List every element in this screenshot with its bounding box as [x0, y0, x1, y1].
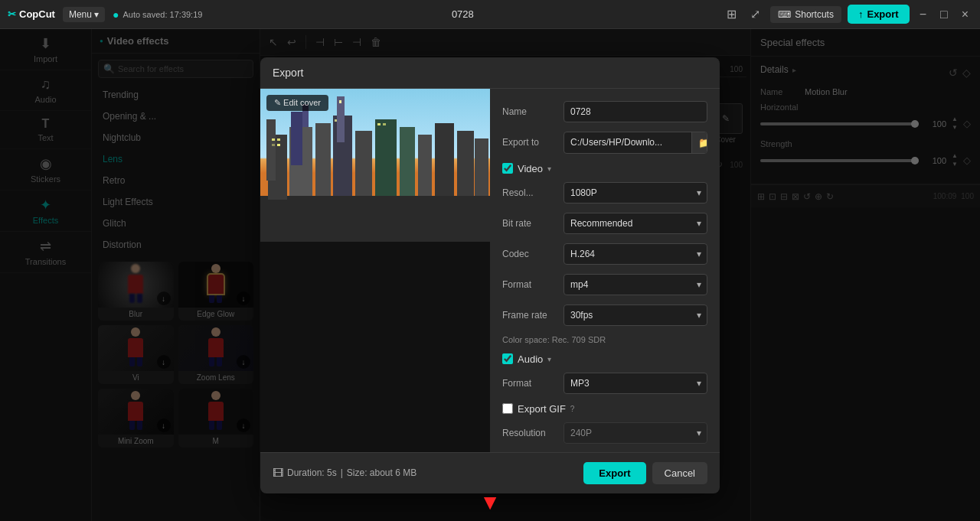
- svg-rect-5: [291, 112, 302, 165]
- svg-rect-13: [418, 135, 432, 196]
- video-section-arrow: ▾: [547, 164, 551, 173]
- bitrate-select-wrapper: Recommended Low High: [564, 213, 707, 234]
- name-form-row: Name: [502, 101, 707, 122]
- menu-chevron: ▾: [94, 9, 99, 20]
- resolution-select[interactable]: 1080P 720P 480P: [564, 182, 707, 204]
- resolution-select-wrapper: 1080P 720P 480P: [564, 182, 707, 204]
- city-svg: [260, 89, 490, 242]
- modal-header: Export: [260, 57, 720, 89]
- audio-checkbox[interactable]: [502, 353, 513, 364]
- export-to-label: Export to: [502, 137, 556, 148]
- footer-duration: Duration: 5s: [287, 467, 337, 478]
- logo-icon: ✂: [8, 8, 16, 20]
- audio-format-row: Format MP3 AAC WAV: [502, 373, 707, 394]
- app-logo: ✂ CopCut: [8, 8, 55, 20]
- preview-image: ✎ Edit cover: [260, 89, 490, 242]
- svg-rect-21: [335, 119, 337, 122]
- export-top-button[interactable]: ↑ Export: [848, 5, 910, 24]
- minimize-button[interactable]: −: [916, 6, 930, 23]
- video-section-label: Video: [518, 163, 543, 174]
- export-path-field: 📁: [564, 132, 707, 154]
- framerate-label: Frame rate: [502, 310, 556, 321]
- close-button[interactable]: ×: [958, 6, 972, 23]
- keyboard-icon: ⌨: [778, 9, 791, 20]
- framerate-select[interactable]: 30fps 24fps 60fps: [564, 304, 707, 326]
- format-select[interactable]: mp4 mov avi: [564, 274, 707, 295]
- svg-rect-19: [272, 144, 275, 146]
- footer-size: Size: about 6 MB: [347, 467, 416, 478]
- export-button[interactable]: Export: [583, 462, 645, 484]
- footer-actions: Export Cancel: [583, 462, 707, 484]
- bitrate-select[interactable]: Recommended Low High: [564, 213, 707, 234]
- export-top-label: Export: [867, 8, 898, 20]
- video-checkbox[interactable]: [502, 163, 513, 174]
- svg-rect-18: [277, 138, 280, 141]
- expand-button[interactable]: ⤢: [746, 5, 764, 23]
- audio-section-header: Audio ▾: [502, 353, 707, 365]
- svg-rect-7: [315, 123, 331, 196]
- format-select-wrapper: mp4 mov avi: [564, 274, 707, 295]
- grid-view-button[interactable]: ⊞: [723, 5, 740, 23]
- folder-browse-button[interactable]: 📁: [691, 132, 707, 153]
- svg-rect-20: [277, 144, 280, 146]
- edit-cover-label: ✎ Edit cover: [274, 98, 321, 108]
- autosave-indicator: ● Auto saved: 17:39:19: [113, 8, 202, 21]
- svg-rect-1: [260, 196, 490, 242]
- svg-rect-15: [457, 131, 474, 196]
- svg-rect-16: [475, 138, 488, 196]
- framerate-row: Frame rate 30fps 24fps 60fps: [502, 304, 707, 326]
- format-row: Format mp4 mov avi: [502, 274, 707, 295]
- footer-separator: |: [341, 467, 343, 478]
- svg-rect-12: [400, 127, 415, 196]
- audio-format-label: Format: [502, 378, 556, 389]
- gif-resolution-label: Resolution: [502, 428, 556, 438]
- gif-section: Export GIF ? Resolution 240P 360P: [502, 403, 707, 444]
- export-path-input[interactable]: [564, 132, 691, 152]
- menu-label: Menu: [69, 9, 92, 20]
- edit-cover-button[interactable]: ✎ Edit cover: [266, 95, 328, 111]
- film-icon: 🎞: [273, 467, 283, 479]
- app-name: CopCut: [19, 8, 55, 20]
- cancel-button[interactable]: Cancel: [652, 462, 707, 484]
- audio-format-select-wrapper: MP3 AAC WAV: [564, 373, 707, 394]
- video-section: Video ▾ Resol... 1080P 720P 480P: [502, 163, 707, 344]
- codec-select[interactable]: H.264 H.265: [564, 243, 707, 265]
- modal-title: Export: [273, 67, 303, 79]
- audio-section-arrow: ▾: [547, 355, 551, 363]
- svg-rect-17: [272, 138, 275, 141]
- autosave-dot: ●: [113, 8, 119, 21]
- svg-rect-23: [377, 123, 381, 125]
- audio-format-select[interactable]: MP3 AAC WAV: [564, 373, 707, 394]
- bitrate-row: Bit rate Recommended Low High: [502, 213, 707, 234]
- topbar-right: ⊞ ⤢ ⌨ Shortcuts ↑ Export − □ ×: [723, 5, 972, 24]
- codec-select-wrapper: H.264 H.265: [564, 243, 707, 265]
- gif-section-label: Export GIF: [518, 403, 566, 415]
- export-top-icon: ↑: [858, 8, 864, 20]
- resolution-row: Resol... 1080P 720P 480P: [502, 182, 707, 204]
- svg-rect-10: [355, 131, 372, 196]
- modal-footer: 🎞 Duration: 5s | Size: about 6 MB Export…: [260, 452, 720, 493]
- topbar: ✂ CopCut Menu ▾ ● Auto saved: 17:39:19 0…: [0, 0, 980, 29]
- name-form-input[interactable]: [564, 101, 707, 122]
- menu-button[interactable]: Menu ▾: [63, 7, 105, 22]
- svg-rect-3: [266, 119, 276, 181]
- gif-resolution-select[interactable]: 240P 360P: [564, 422, 707, 444]
- modal-body: ✎ Edit cover Name Export to 📁: [260, 89, 720, 452]
- gif-checkbox[interactable]: [502, 403, 513, 414]
- modal-form: Name Export to 📁 Video ▾: [490, 89, 720, 452]
- shortcuts-label: Shortcuts: [795, 9, 834, 20]
- svg-rect-24: [383, 123, 386, 125]
- audio-section-label: Audio: [518, 353, 543, 365]
- gif-resolution-select-wrapper: 240P 360P: [564, 422, 707, 444]
- shortcuts-button[interactable]: ⌨ Shortcuts: [770, 6, 841, 23]
- svg-rect-22: [339, 100, 341, 103]
- autosave-text: Auto saved: 17:39:19: [122, 10, 202, 19]
- gif-resolution-row: Resolution 240P 360P: [502, 422, 707, 444]
- resolution-label: Resol...: [502, 187, 556, 198]
- export-to-form-row: Export to 📁: [502, 132, 707, 154]
- maximize-button[interactable]: □: [936, 6, 952, 23]
- export-modal: Export: [260, 57, 720, 493]
- gif-section-header: Export GIF ?: [502, 403, 707, 415]
- gif-section-arrow: ?: [570, 405, 575, 413]
- format-label: Format: [502, 279, 556, 290]
